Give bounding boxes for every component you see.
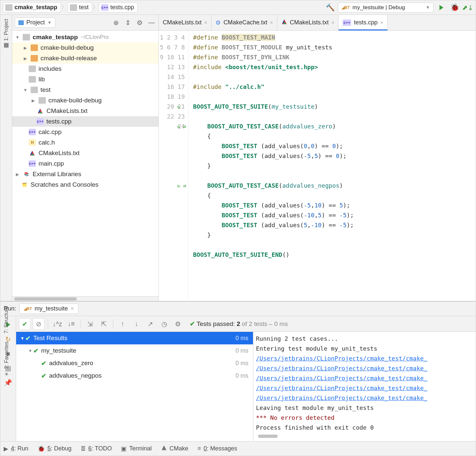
show-ignored-button[interactable]: ⊘	[33, 318, 44, 330]
build-button[interactable]: 🔨	[325, 2, 335, 13]
console-link[interactable]: /Users/jetbrains/CLionProjects/cmake_tes…	[256, 355, 427, 362]
tree-folder[interactable]: cmake-build-debug	[12, 42, 158, 53]
run-configuration-label: my_testsuite | Debug	[352, 4, 405, 11]
tree-file[interactable]: c++ calc.cpp	[12, 127, 158, 137]
status-run[interactable]: ▶4: Run	[4, 445, 28, 452]
horizontal-scrollbar[interactable]	[12, 296, 158, 301]
run-with-coverage-button[interactable]: ⬈⤓	[462, 2, 473, 13]
tool-window-favorites[interactable]: ★2: Favorites	[3, 341, 10, 377]
tool-window-structure[interactable]: 7: Structure	[3, 306, 9, 334]
expand-toggle[interactable]	[31, 98, 36, 103]
cmake-icon	[29, 150, 36, 156]
test-label: Test Results	[33, 335, 67, 342]
console-link[interactable]: /Users/jetbrains/CLionProjects/cmake_tes…	[256, 385, 427, 391]
editor-gutter[interactable]: 1 2 3 4 5 6 7 8 9 10 11 12 13 14 15 16 1…	[159, 31, 188, 301]
run-tab[interactable]: ◢BT my_testsuite ×	[19, 304, 78, 314]
messages-icon: ≡	[198, 445, 201, 452]
tree-label: test	[41, 86, 51, 94]
tree-external-libraries[interactable]: 📚 External Libraries	[12, 169, 158, 179]
settings-button[interactable]: ⚙	[172, 318, 184, 330]
expand-toggle[interactable]: ▼	[27, 348, 33, 353]
tree-scratches[interactable]: 🗂️ Scratches and Consoles	[12, 179, 158, 190]
tree-file[interactable]: c++ main.cpp	[12, 158, 158, 169]
console-output[interactable]: Running 2 test cases... Entering test mo…	[253, 332, 476, 441]
show-passed-button[interactable]: ✔	[19, 318, 31, 330]
settings-button[interactable]: ⚙	[135, 18, 144, 27]
close-icon[interactable]: ×	[380, 20, 383, 26]
tree-file[interactable]: H calc.h	[12, 137, 158, 148]
tool-window-project[interactable]: 1: Project	[3, 19, 9, 48]
folder-icon	[29, 66, 36, 72]
cmake-icon	[161, 445, 167, 452]
breadcrumb-file[interactable]: c++ tests.cpp	[99, 2, 138, 13]
project-view-select[interactable]: Project ▼	[15, 17, 55, 28]
close-icon[interactable]: ×	[331, 20, 334, 26]
collapse-all-button[interactable]: ⇱	[98, 318, 110, 330]
close-icon[interactable]: ×	[204, 20, 207, 26]
breadcrumb-root[interactable]: cmake_testapp	[3, 2, 61, 13]
status-messages[interactable]: ≡0: Messages	[198, 445, 238, 452]
editor-code[interactable]: #define BOOST_TEST_MAIN #define BOOST_TE…	[188, 31, 476, 301]
expand-all-button[interactable]: ⇲	[84, 318, 96, 330]
sort-duration-button[interactable]: ↓≡	[65, 318, 77, 330]
export-button[interactable]: ↗	[144, 318, 156, 330]
expand-toggle[interactable]	[23, 88, 28, 93]
tab-label: tests.cpp	[354, 19, 378, 26]
chevron-right-icon: 〉	[93, 4, 98, 11]
sort-alpha-button[interactable]: ↓ᴬz	[51, 318, 63, 330]
breadcrumb-folder[interactable]: test	[68, 2, 92, 13]
history-button[interactable]: ◷	[158, 318, 170, 330]
tree-folder[interactable]: cmake-build-release	[12, 53, 158, 64]
expand-toggle[interactable]: ▼	[19, 336, 25, 341]
tree-label: CMakeLists.txt	[46, 107, 88, 115]
status-terminal[interactable]: ▣Terminal	[121, 445, 152, 452]
expand-toggle[interactable]	[15, 35, 20, 40]
tree-folder[interactable]: lib	[12, 74, 158, 85]
test-case[interactable]: ✔ addvalues_negpos 0 ms	[16, 369, 253, 382]
tree-folder-test[interactable]: test	[12, 85, 158, 95]
tree-root[interactable]: cmake_testapp ~/CLionPro	[12, 32, 158, 42]
console-link[interactable]: /Users/jetbrains/CLionProjects/cmake_tes…	[256, 394, 427, 401]
debug-button[interactable]: 🐞	[449, 2, 460, 13]
status-debug[interactable]: 🐞5: Debug	[38, 445, 71, 452]
test-suite[interactable]: ▼ ✔ my_testsuite 0 ms	[16, 344, 253, 357]
horizontal-scrollbar[interactable]	[258, 435, 278, 438]
tree-file-tests-cpp[interactable]: c++ tests.cpp	[12, 116, 158, 127]
status-cmake[interactable]: CMake	[161, 445, 188, 452]
test-results-root[interactable]: ▼ ✔ Test Results 0 ms	[16, 332, 253, 344]
run-tab-label: my_testsuite	[35, 305, 68, 312]
hide-button[interactable]: —	[147, 18, 156, 27]
check-icon: ✔	[190, 320, 195, 327]
tree-file-cmakelists[interactable]: CMakeLists.txt	[12, 106, 158, 116]
run-button[interactable]	[436, 2, 447, 13]
tree-folder[interactable]: includes	[12, 64, 158, 74]
project-view-label: Project	[26, 19, 45, 26]
pin-button[interactable]: 📌	[3, 377, 14, 388]
test-results-tree[interactable]: ▼ ✔ Test Results 0 ms ▼ ✔ my_testsuite 0…	[16, 332, 253, 441]
close-icon[interactable]: ×	[270, 20, 273, 26]
status-todo[interactable]: ≣6: TODO	[81, 445, 112, 452]
run-configuration-select[interactable]: ◢BT my_testsuite | Debug ▼	[338, 3, 434, 13]
check-icon: ✔	[33, 347, 39, 355]
console-link[interactable]: /Users/jetbrains/CLionProjects/cmake_tes…	[256, 365, 427, 372]
tab-cmakelists-2[interactable]: CMakeLists.txt ×	[277, 15, 339, 30]
test-case[interactable]: ✔ addvalues_zero 0 ms	[16, 357, 253, 369]
tree-folder[interactable]: cmake-build-debug	[12, 95, 158, 106]
chevron-right-icon: 〉	[62, 4, 67, 11]
expand-toggle[interactable]	[23, 45, 28, 50]
tab-cmakecache[interactable]: ⚙ CMakeCache.txt ×	[211, 15, 277, 30]
code-editor[interactable]: 1 2 3 4 5 6 7 8 9 10 11 12 13 14 15 16 1…	[159, 31, 476, 301]
expand-toggle[interactable]	[15, 172, 20, 177]
tree-file-cmakelists[interactable]: CMakeLists.txt	[12, 148, 158, 158]
expand-toggle[interactable]	[23, 56, 28, 61]
console-link[interactable]: /Users/jetbrains/CLionProjects/cmake_tes…	[256, 375, 427, 382]
previous-failed-button[interactable]: ↑	[117, 318, 128, 330]
project-tree[interactable]: cmake_testapp ~/CLionPro cmake-build-deb…	[12, 31, 158, 296]
test-status: ✔ Tests passed: 2 of 2 tests – 0 ms	[190, 320, 288, 328]
select-opened-file-button[interactable]: ⊕	[112, 18, 120, 27]
next-failed-button[interactable]: ↓	[130, 318, 142, 330]
close-icon[interactable]: ×	[70, 305, 74, 312]
tab-tests-cpp[interactable]: c++ tests.cpp ×	[339, 15, 387, 30]
tab-cmakelists-1[interactable]: CMakeLists.txt ×	[159, 15, 211, 30]
collapse-all-button[interactable]: ⇕	[124, 18, 132, 27]
